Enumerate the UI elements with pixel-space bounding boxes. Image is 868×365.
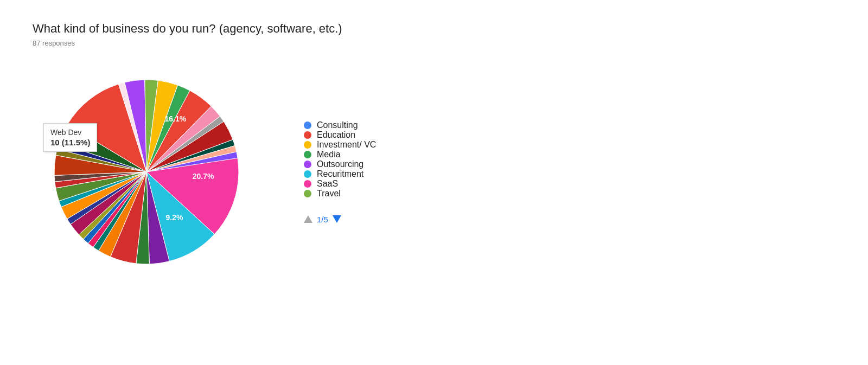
legend-dot bbox=[304, 131, 311, 139]
svg-text:20.7%: 20.7% bbox=[193, 172, 214, 181]
pie-chart: 16.1%20.7%9.2% Web Dev 10 (11.5%) bbox=[33, 58, 260, 286]
pagination[interactable]: 1/5 bbox=[304, 215, 376, 224]
question-title: What kind of business do you run? (agenc… bbox=[33, 22, 835, 36]
svg-text:9.2%: 9.2% bbox=[165, 213, 183, 222]
legend-label: SaaS bbox=[317, 179, 338, 189]
legend: Consulting Education Investment/ VC Medi… bbox=[304, 120, 376, 224]
legend-item-outsourcing: Outsourcing bbox=[304, 159, 376, 169]
legend-item-travel: Travel bbox=[304, 189, 376, 198]
legend-dot bbox=[304, 151, 311, 158]
prev-page-icon[interactable] bbox=[304, 215, 312, 223]
legend-label: Investment/ VC bbox=[317, 140, 376, 150]
legend-item-investment/-vc: Investment/ VC bbox=[304, 140, 376, 150]
legend-item-media: Media bbox=[304, 150, 376, 159]
legend-dot bbox=[304, 141, 311, 149]
legend-label: Outsourcing bbox=[317, 159, 363, 169]
legend-label: Travel bbox=[317, 189, 341, 198]
legend-dot bbox=[304, 170, 311, 178]
legend-item-education: Education bbox=[304, 130, 376, 140]
page-label: 1/5 bbox=[317, 215, 328, 224]
legend-dot bbox=[304, 180, 311, 188]
legend-label: Education bbox=[317, 130, 355, 140]
legend-dot bbox=[304, 121, 311, 129]
next-page-icon[interactable] bbox=[333, 215, 341, 223]
legend-label: Recuritment bbox=[317, 169, 363, 179]
legend-item-saas: SaaS bbox=[304, 179, 376, 189]
legend-dot bbox=[304, 161, 311, 168]
legend-label: Consulting bbox=[317, 120, 358, 130]
legend-item-consulting: Consulting bbox=[304, 120, 376, 130]
svg-text:16.1%: 16.1% bbox=[164, 114, 186, 123]
legend-item-recuritment: Recuritment bbox=[304, 169, 376, 179]
legend-dot bbox=[304, 190, 311, 197]
legend-label: Media bbox=[317, 150, 341, 159]
response-count: 87 responses bbox=[33, 39, 835, 47]
